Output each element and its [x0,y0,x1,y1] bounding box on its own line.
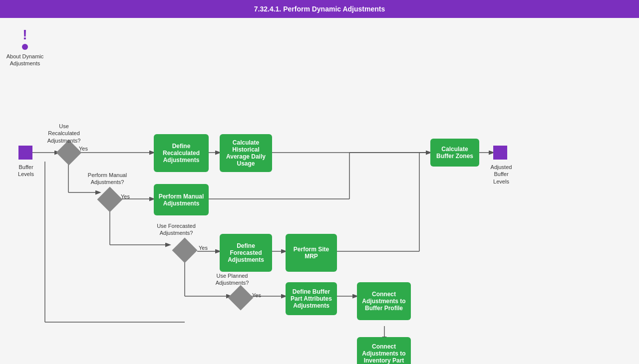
title-bar: 7.32.4.1. Perform Dynamic Adjustments [0,0,639,18]
calc-historical-node[interactable]: Calculate Historical Average Daily Usage [220,134,272,172]
manual-yes-label: Yes [121,193,130,199]
decision-forecasted[interactable] [172,238,198,263]
about-label: About Dynamic Adjustments [5,53,45,67]
decision-forecasted-label: Use Forecasted Adjustments? [154,222,199,237]
adjusted-buffer-levels-node[interactable] [493,146,507,160]
define-buffer-part-node[interactable]: Define Buffer Part Attributes Adjustment… [286,282,337,315]
define-recalculated-node[interactable]: Define Recalculated Adjustments [154,134,209,172]
calculate-buffer-zones-node[interactable]: Calculate Buffer Zones [430,139,479,167]
decision-planned[interactable] [228,285,254,311]
planned-yes-label: Yes [252,292,261,298]
decision-manual-label: Perform Manual Adjustments? [85,172,130,186]
decision-planned-label: Use Planned Adjustments? [210,272,255,287]
adjusted-buffer-label: Adjusted Buffer Levels [486,164,516,185]
page-title: 7.32.4.1. Perform Dynamic Adjustments [254,5,385,13]
about-section[interactable]: ! About Dynamic Adjustments [5,28,45,67]
exclamation-dot-icon [22,44,28,50]
buffer-levels-start-node[interactable] [18,146,32,160]
diagram-area: ! About Dynamic Adjustments Buffer Level… [0,18,639,364]
decision-manual[interactable] [97,187,123,212]
perform-site-mrp-node[interactable]: Perform Site MRP [286,234,337,272]
connect-inventory-part-node[interactable]: Connect Adjustments to Inventory Part [357,337,411,364]
forecasted-yes-label: Yes [199,245,208,251]
perform-manual-node[interactable]: Perform Manual Adjustments [154,184,209,215]
buffer-levels-label: Buffer Levels [11,164,41,178]
exclamation-mark-icon: ! [22,28,27,42]
decision-recalculated-label: Use Recalculated Adjustments? [44,123,84,144]
connect-buffer-profile-node[interactable]: Connect Adjustments to Buffer Profile [357,282,411,320]
recalculated-yes-label: Yes [79,146,88,152]
define-forecasted-node[interactable]: Define Forecasted Adjustments [220,234,272,272]
